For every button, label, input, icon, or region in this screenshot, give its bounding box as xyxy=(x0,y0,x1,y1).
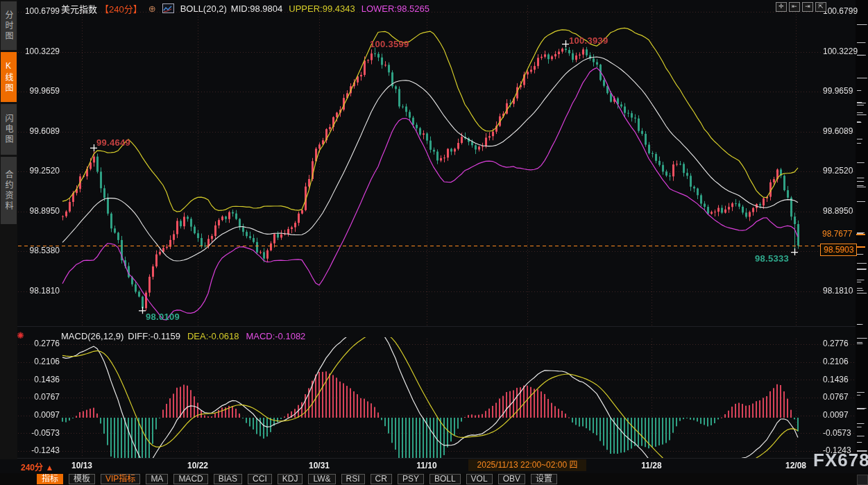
price-axis-label: 100.3229 xyxy=(823,46,856,56)
toolbar-boll-button[interactable]: BOLL xyxy=(429,474,461,484)
sidebar-tab-label: 闪电图 xyxy=(3,114,15,145)
macd-title: MACD(26,12,9) xyxy=(61,331,124,341)
boll-mid-value: MID:98.9804 xyxy=(231,3,282,14)
boll-label: BOLL(20,2) xyxy=(180,3,227,14)
sidebar-tab-contract-info[interactable]: 合约资料 xyxy=(1,157,17,224)
x-axis-date: 10/22 xyxy=(173,461,222,470)
boll-upper-value: UPPER:99.4343 xyxy=(289,3,355,14)
last-price-badge: 98.5903 xyxy=(820,244,857,256)
toolbar-cci-button[interactable]: CCI xyxy=(248,474,272,484)
toolbar-rsi-button[interactable]: RSI xyxy=(341,474,365,484)
swing-low-annotation: 98.5333 xyxy=(755,253,789,264)
macd-axis-label: -0.1243 xyxy=(18,445,60,455)
macd-dea-value: DEA:-0.0618 xyxy=(187,331,239,341)
period-selector[interactable]: 240分 ▲ xyxy=(21,461,53,473)
sidebar-tab-label: K线图 xyxy=(3,61,15,94)
candlestick-chart-canvas[interactable] xyxy=(0,0,868,485)
sidebar-tab-label: 分时图 xyxy=(3,10,15,42)
x-axis-date: 10/31 xyxy=(295,461,343,470)
price-axis-label: 98.8950 xyxy=(823,206,856,216)
toolbar-macd-button[interactable]: MACD xyxy=(173,474,207,484)
macd-axis-label: 0.0767 xyxy=(823,392,856,402)
price-axis-label: 99.2520 xyxy=(823,166,856,176)
toolbar-template-button[interactable]: 模板 xyxy=(69,474,95,484)
macd-axis-label: 0.0767 xyxy=(18,392,60,402)
indicator-toolbar: 指标 模板 VIP指标 MA MACD BIAS CCI KDJ LW& RSI… xyxy=(37,474,557,484)
toolbar-vip-indicator-button[interactable]: VIP指标 xyxy=(101,474,140,484)
macd-diff-value: DIFF:-0.1159 xyxy=(128,331,180,341)
price-axis-label: 98.1810 xyxy=(18,286,60,296)
x-axis-date: 10/13 xyxy=(58,461,106,470)
sidebar-tab-label: 合约资料 xyxy=(3,170,15,212)
add-indicator-icon[interactable]: ⊕ xyxy=(148,3,156,14)
price-axis-label: 98.5380 xyxy=(18,246,60,255)
macd-axis-label: 0.1436 xyxy=(18,375,60,384)
corner-resize-box[interactable] xyxy=(857,475,868,485)
compress-axis-icon[interactable]: ⇤ xyxy=(789,2,800,12)
x-axis-date: 11/28 xyxy=(627,461,676,470)
price-axis-label: 100.6799 xyxy=(823,6,856,16)
reference-price-badge: 98.7677 xyxy=(822,229,852,239)
chart-type-sidebar: 分时图 K线图 闪电图 合约资料 xyxy=(0,0,17,459)
chart-header: 美元指数 【240分】 ⊕ BOLL(20,2) MID:98.9804 UPP… xyxy=(61,3,429,14)
toolbar-obv-button[interactable]: OBV xyxy=(498,474,525,484)
x-axis-date: 11/10 xyxy=(402,461,451,470)
macd-axis-label: -0.0573 xyxy=(18,428,60,438)
macd-axis-label: 0.1436 xyxy=(823,375,856,384)
toolbar-bias-button[interactable]: BIAS xyxy=(214,474,242,484)
price-axis-label: 98.8950 xyxy=(18,206,60,216)
price-axis-label: 100.3229 xyxy=(18,46,60,56)
sidebar-tab-timeline[interactable]: 分时图 xyxy=(1,1,17,50)
toolbar-lwr-button[interactable]: LW& xyxy=(308,474,335,484)
kline-style-icon[interactable] xyxy=(162,3,174,13)
toolbar-psy-button[interactable]: PSY xyxy=(398,474,424,484)
macd-axis-label: -0.0573 xyxy=(823,428,856,438)
crosshair-date-readout: 2025/11/13 22:00~02:00 四 xyxy=(468,459,586,471)
swing-high-annotation: 100.3599 xyxy=(370,39,409,49)
macd-axis-label: 0.0097 xyxy=(823,410,856,420)
macd-hist-value: MACD:-0.1082 xyxy=(246,331,305,341)
chart-tool-icons: ✛ ⇤ ⇥ ⇱ xyxy=(776,2,826,12)
macd-header: MACD(26,12,9) DIFF:-0.1159 DEA:-0.0618 M… xyxy=(61,331,305,341)
fx678-watermark: FX678 xyxy=(813,450,868,471)
price-axis-label: 99.9659 xyxy=(18,86,60,96)
boll-lower-value: LOWER:98.5265 xyxy=(361,3,429,14)
period-selector-label: 240分 xyxy=(21,463,43,473)
swing-high-annotation: 99.4649 xyxy=(96,137,130,148)
toolbar-cr-button[interactable]: CR xyxy=(371,474,392,484)
symbol-name: 美元指数 xyxy=(61,2,97,15)
toolbar-settings-button[interactable]: 设置 xyxy=(531,474,557,484)
sidebar-tab-kline[interactable]: K线图 xyxy=(1,52,17,102)
macd-axis-label: 0.2776 xyxy=(823,339,856,348)
swing-low-annotation: 98.0109 xyxy=(146,312,180,322)
price-axis-label: 98.1810 xyxy=(823,286,856,296)
macd-axis-label: 0.2106 xyxy=(823,357,856,366)
toolbar-vol-button[interactable]: VOL xyxy=(466,474,493,484)
macd-axis-label: 0.2776 xyxy=(18,339,60,348)
price-axis-label: 99.6089 xyxy=(823,126,856,136)
macd-axis-label: 0.2106 xyxy=(18,357,60,366)
expand-axis-icon[interactable]: ⇥ xyxy=(802,2,813,12)
toolbar-indicator-button[interactable]: 指标 xyxy=(37,474,63,484)
price-axis-label: 99.2520 xyxy=(18,166,60,176)
toolbar-kdj-button[interactable]: KDJ xyxy=(278,474,303,484)
pan-crosshair-icon[interactable]: ✛ xyxy=(776,2,787,12)
indicator-settings-icon[interactable]: ✺ xyxy=(17,330,24,341)
swing-high-annotation: 100.3939 xyxy=(569,35,609,46)
sidebar-tab-flash[interactable]: 闪电图 xyxy=(1,104,17,155)
price-axis-label: 99.9659 xyxy=(823,86,856,96)
price-axis-label: 100.6799 xyxy=(18,6,60,16)
detach-window-icon[interactable]: ⇱ xyxy=(815,2,826,12)
toolbar-ma-button[interactable]: MA xyxy=(146,474,168,484)
price-axis-label: 99.6089 xyxy=(18,126,60,136)
macd-axis-label: 0.0097 xyxy=(18,410,60,420)
trading-app-window: 分时图 K线图 闪电图 合约资料 美元指数 【240分】 ⊕ BOLL(20,2… xyxy=(0,0,868,485)
period-label: 【240分】 xyxy=(100,2,142,15)
up-triangle-icon: ▲ xyxy=(45,463,53,473)
